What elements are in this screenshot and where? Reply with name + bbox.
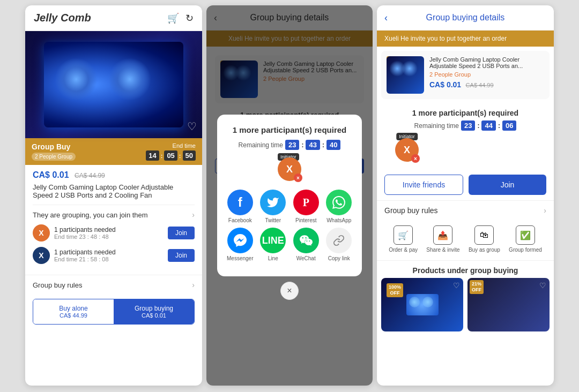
price-main: CA$ 0.01 (33, 170, 69, 179)
share-pinterest[interactable]: P Pinterest (291, 190, 322, 223)
share-line[interactable]: LINE Line (258, 228, 289, 261)
order-pay-label: Order & pay (389, 247, 418, 253)
remaining-label-modal: Remaining time (239, 141, 283, 149)
cart-icon[interactable]: 🛒 (167, 12, 179, 24)
timer-display: 14 : 05 : 50 (146, 150, 196, 161)
copy-link-label: Copy link (328, 255, 350, 261)
timer-hours: 14 (146, 150, 159, 161)
group-badge: 2 People Group (32, 153, 76, 161)
p3-badge-21: 21%OFF (470, 280, 484, 294)
p3-timer-m: 44 (481, 120, 495, 131)
group-formed-label: Group formed (509, 247, 542, 253)
modal-close-button[interactable]: × (280, 282, 299, 300)
initiator-container: Initiator X × (278, 157, 301, 181)
initiator-avatar: X × (278, 157, 301, 181)
p3-products-title: Products under group buying (377, 261, 554, 278)
rule-share-invite: 📤 Share & invite (426, 225, 459, 253)
rules-section: Group buy rules › (25, 275, 202, 295)
modal-timer-s: 40 (326, 140, 340, 150)
fan-left (55, 58, 98, 101)
p3-join-button[interactable]: Join (469, 175, 546, 195)
p3-price-main: CA$ 0.01 (429, 80, 461, 89)
whatsapp-icon (326, 190, 352, 215)
grouping-title: They are grouping, you can join them › (33, 210, 195, 219)
group-buy-left: Group Buy 2 People Group (32, 142, 76, 161)
panel3-header: ‹ Group buying details (377, 5, 554, 31)
share-modal-container: 1 more participant(s) required Remaining… (217, 115, 362, 276)
messenger-icon (227, 228, 253, 253)
share-modal-title: 1 more participant(s) required (225, 125, 354, 134)
share-time-row: Remaining time 23 : 43 : 40 (225, 140, 354, 150)
share-modal: 1 more participant(s) required Remaining… (217, 115, 362, 276)
panel3-title: Group buying details (426, 13, 505, 22)
line-icon: LINE (260, 228, 286, 253)
timer-minutes: 05 (164, 150, 177, 161)
end-time-label: End time (146, 142, 196, 149)
group-endtime-1: End time 23 : 48 : 48 (54, 233, 164, 240)
share-invite-icon: 📤 (433, 225, 452, 245)
timer-seconds: 50 (183, 150, 196, 161)
share-messenger[interactable]: Messenger (225, 228, 256, 261)
p3-product-thumbnail (387, 56, 424, 94)
p3-fan-right (402, 61, 418, 77)
share-invite-label: Share & invite (426, 247, 459, 253)
initiator-x-icon: × (294, 174, 302, 182)
p3-mini-heart-2[interactable]: ♡ (539, 281, 546, 290)
p3-product-name: Jelly Comb Gaming Laptop Cooler Adjustab… (429, 56, 544, 69)
product-image: ♡ (25, 31, 202, 138)
bottom-buttons: Buy alone CA$ 44.99 Group buying CA$ 0.0… (33, 299, 195, 325)
p3-price-row: CA$ 0.01 CA$ 44.99 (429, 80, 544, 89)
share-icons-grid: f Facebook Twitter P (225, 190, 354, 261)
refresh-icon[interactable]: ↻ (185, 12, 194, 24)
price-section: CA$ 0.01 CA$ 44.99 (25, 165, 202, 183)
p3-product-info: Jelly Comb Gaming Laptop Cooler Adjustab… (429, 56, 544, 94)
panel-group-buying-details: ‹ Group buying details Xueli He invite y… (377, 5, 554, 386)
group-buying-price: CA$ 0.01 (119, 312, 189, 319)
modal-timer-m: 43 (306, 140, 320, 150)
whatsapp-label: WhatsApp (326, 217, 351, 223)
rules-chevron-icon: › (192, 281, 195, 289)
group-participants-1: 1 participants needed (54, 226, 164, 233)
group-buy-title: Group Buy (32, 142, 76, 151)
p3-invite-friends-button[interactable]: Invite friends (384, 175, 463, 195)
grouping-section: They are grouping, you can join them › X… (25, 205, 202, 275)
buy-alone-price: CA$ 44.99 (39, 312, 108, 319)
buy-alone-button[interactable]: Buy alone CA$ 44.99 (33, 299, 114, 324)
p3-product-mini-2: 21%OFF ♡ (467, 278, 550, 331)
buy-as-group-label: Buy as group (469, 247, 500, 253)
share-wechat[interactable]: WeChat (291, 228, 322, 261)
back-button-p3[interactable]: ‹ (384, 12, 388, 24)
p3-required-title: 1 more participant(s) required (384, 109, 546, 117)
p3-rules-icons: 🛒 Order & pay 📤 Share & invite 🛍 Buy as … (377, 220, 554, 261)
p3-people-group: 2 People Group (429, 71, 544, 78)
invite-banner-p3: Xueli He invite you to put together an o… (377, 31, 554, 47)
p3-required-section: 1 more participant(s) required Remaining… (377, 103, 554, 175)
join-button-2[interactable]: Join (168, 249, 195, 262)
header-icons: 🛒 ↻ (167, 12, 194, 24)
join-button-1[interactable]: Join (168, 227, 195, 239)
fan-right (108, 58, 151, 101)
p3-mini-heart-1[interactable]: ♡ (453, 281, 460, 290)
wishlist-icon[interactable]: ♡ (187, 120, 197, 133)
order-pay-icon: 🛒 (394, 225, 413, 245)
messenger-label: Messenger (227, 255, 253, 261)
facebook-icon: f (227, 190, 253, 215)
p3-remaining-label: Remaining time (414, 122, 459, 130)
wechat-label: WeChat (296, 255, 316, 261)
p3-action-buttons: Invite friends Join (377, 175, 554, 200)
p3-timer-s: 06 (502, 120, 516, 131)
buy-as-group-icon: 🛍 (474, 225, 494, 245)
group-avatar-1: X (33, 224, 50, 242)
end-time-part: End time 14 : 05 : 50 (146, 142, 196, 161)
share-copy-link[interactable]: Copy link (324, 228, 355, 261)
share-facebook[interactable]: f Facebook (225, 190, 256, 223)
group-buying-label: Group buying (119, 305, 189, 312)
group-buy-banner: Group Buy 2 People Group End time 14 : 0… (25, 138, 202, 165)
share-whatsapp[interactable]: WhatsApp (324, 190, 355, 223)
p3-product-mini-1: 100%OFF ♡ (381, 278, 463, 331)
laptop-cooler (44, 42, 183, 127)
share-twitter[interactable]: Twitter (258, 190, 289, 223)
group-participants-2: 1 participants needed (54, 248, 164, 256)
group-buying-button[interactable]: Group buying CA$ 0.01 (114, 299, 194, 324)
group-item-info-2: 1 participants needed End time 21 : 58 :… (54, 248, 164, 262)
